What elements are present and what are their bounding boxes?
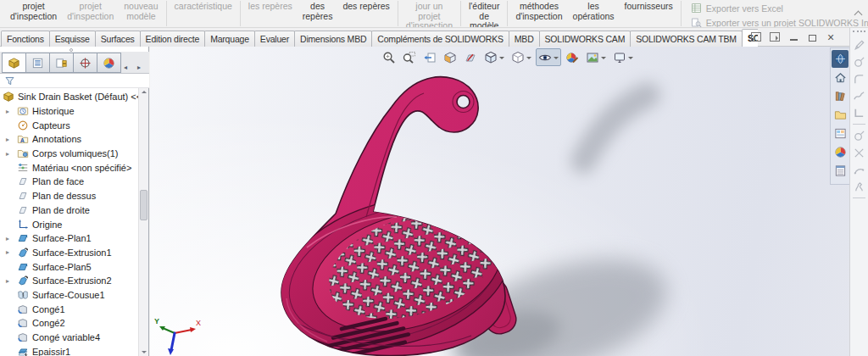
tab-fonctions[interactable]: Fonctions xyxy=(1,31,50,47)
tab-complements-solidworks[interactable]: Compléments de SOLIDWORKS xyxy=(371,31,509,47)
tree-corps-volumiques[interactable]: ▸ Corps volumiques(1) xyxy=(0,147,139,161)
panel-tab-scroll-left-icon[interactable]: ◂ xyxy=(121,64,130,71)
edit-operations[interactable]: lesopérations xyxy=(568,1,620,21)
tree-item-icon xyxy=(17,289,29,301)
tab-surfaces[interactable]: Surfaces xyxy=(95,31,141,47)
tree-materiau[interactable]: Matériau <non spécifié> xyxy=(0,160,139,175)
update-inspection-project[interactable]: jour unprojetd'inspection xyxy=(401,1,458,28)
tab-evaluer[interactable]: Evaluer xyxy=(254,31,295,47)
appearances-scenes-tab[interactable] xyxy=(832,143,849,161)
zoom-to-fit-button[interactable] xyxy=(380,48,398,66)
propertymanager-tab[interactable] xyxy=(25,53,50,73)
dimxpertmanager-tab[interactable] xyxy=(73,53,97,73)
tree-root-item[interactable]: Sink Drain Basket (Défaut) <<Défaut xyxy=(0,90,139,104)
previous-view-button[interactable] xyxy=(420,48,439,66)
panel-tab-scroll-right-icon[interactable]: ▸ xyxy=(135,64,143,71)
tree-surface-cousue1[interactable]: Surface-Cousue1 xyxy=(0,288,139,303)
expand-arrow-icon[interactable]: ▸ xyxy=(6,235,17,242)
tab-solidworks-cam[interactable]: SOLIDWORKS CAM xyxy=(539,31,632,47)
design-library-tab[interactable] xyxy=(832,87,849,105)
scrollbar-thumb[interactable] xyxy=(140,190,147,220)
sketch-tool-circle xyxy=(850,53,868,70)
new-inspection-project[interactable]: projetd'inspection xyxy=(5,1,62,21)
tree-plan-de-face[interactable]: Plan de face xyxy=(0,175,139,189)
quit-template-editor[interactable]: l'éditeurdemodèle xyxy=(464,1,504,28)
dynamic-annotation-views-button[interactable] xyxy=(461,48,480,66)
custom-properties-tab[interactable] xyxy=(832,162,849,180)
tree-surface-plan5[interactable]: Surface-Plan5 xyxy=(0,259,139,274)
sketch-tool-icon xyxy=(853,107,865,120)
export-to-excel[interactable]: Exporter vers Excel xyxy=(691,3,868,14)
tab-edition-directe[interactable]: Edition directe xyxy=(140,31,206,47)
view-orientation-button[interactable] xyxy=(481,48,507,66)
zoom-to-area-button[interactable] xyxy=(400,48,419,66)
sketch-tool-icon xyxy=(853,130,865,142)
threedexperience-tab[interactable] xyxy=(832,50,849,68)
create-new-template[interactable]: nouveaumodèle xyxy=(119,1,163,21)
displaymanager-tab[interactable] xyxy=(97,53,121,73)
configurationmanager-tab[interactable] xyxy=(49,53,74,73)
tree-epaissir1[interactable]: Epaissir1 xyxy=(0,344,139,356)
tree-item-icon xyxy=(17,331,29,343)
edit-inspection-methods[interactable]: méthodesd'inspection xyxy=(510,1,567,21)
pane-collapse-right-icon[interactable] xyxy=(768,31,782,43)
chevron-down-icon[interactable] xyxy=(601,57,606,62)
tree-annotations[interactable]: ▸ Annotations xyxy=(0,132,139,147)
scroll-up-icon[interactable] xyxy=(142,91,147,93)
tree-surface-extrusion2[interactable]: ▸ Surface-Extrusion2 xyxy=(0,274,139,288)
headsup-icon xyxy=(484,51,498,64)
tab-esquisse[interactable]: Esquisse xyxy=(49,31,96,47)
tree-surface-extrusion1[interactable]: ▸ Surface-Extrusion1 xyxy=(0,246,139,260)
chevron-down-icon[interactable] xyxy=(554,57,559,62)
tab-dimensions-mbd[interactable]: Dimensions MBD xyxy=(294,31,372,47)
restore-button[interactable] xyxy=(805,31,819,43)
tree-conge-variable4[interactable]: Congé variable4 xyxy=(0,331,139,345)
expand-arrow-icon[interactable]: ▸ xyxy=(6,277,17,285)
tree-conge1[interactable]: Congé1 xyxy=(0,302,139,316)
adjust-markers[interactable]: les repères xyxy=(243,1,298,12)
scroll-down-icon[interactable] xyxy=(142,351,147,353)
tree-surface-plan1[interactable]: ▸ Surface-Plan1 xyxy=(0,231,139,246)
tab-solidworks-cam-tbm[interactable]: SOLIDWORKS CAM TBM xyxy=(630,31,743,47)
graphics-viewport[interactable]: X Y xyxy=(150,47,849,356)
tree-origine[interactable]: Origine xyxy=(0,217,139,231)
close-button[interactable]: × xyxy=(824,31,837,43)
edit-appearance-button[interactable] xyxy=(563,48,581,66)
tree-scrollbar[interactable] xyxy=(138,88,148,356)
chevron-down-icon[interactable] xyxy=(628,57,633,62)
add-characteristic[interactable]: caractéristique xyxy=(170,1,237,12)
delete-markers[interactable]: desrepères xyxy=(298,1,338,21)
view-palette-tab[interactable] xyxy=(832,125,849,142)
apply-scene-button[interactable] xyxy=(583,48,609,66)
expand-arrow-icon[interactable]: ▸ xyxy=(6,136,17,143)
minimize-button[interactable] xyxy=(787,31,800,43)
featuremanager-tab[interactable] xyxy=(2,53,26,73)
chevron-down-icon[interactable] xyxy=(526,57,531,62)
expand-arrow-icon[interactable]: ▸ xyxy=(6,248,17,256)
filter-funnel-icon[interactable] xyxy=(4,75,15,86)
tree-historique[interactable]: ▸ Historique xyxy=(0,104,139,119)
chevron-down-icon[interactable] xyxy=(499,57,504,62)
tree-item-icon xyxy=(17,175,29,187)
tree-plan-de-dessus[interactable]: Plan de dessus xyxy=(0,189,139,203)
pane-collapse-left-icon[interactable] xyxy=(749,31,763,43)
tree-conge2[interactable]: Congé2 xyxy=(0,316,139,331)
hide-show-items-button[interactable] xyxy=(536,48,561,66)
toolbar-grip[interactable] xyxy=(853,31,865,34)
view-settings-button[interactable] xyxy=(610,48,636,66)
tree-capteurs[interactable]: Capteurs xyxy=(0,118,139,132)
edit-suppliers[interactable]: fournisseurs xyxy=(620,1,678,12)
display-style-button[interactable] xyxy=(509,48,534,66)
expand-arrow-icon[interactable]: ▸ xyxy=(6,108,17,115)
edit-inspection-project[interactable]: projetd'inspection xyxy=(62,1,119,21)
headsup-icon xyxy=(586,51,599,64)
tab-mbd[interactable]: MBD xyxy=(509,31,540,47)
solidworks-resources-tab[interactable] xyxy=(832,69,849,86)
deselect-markers[interactable]: des repères xyxy=(337,1,394,12)
tree-plan-de-droite[interactable]: Plan de droite xyxy=(0,203,139,218)
export-to-inspection-project[interactable]: Exporter vers un projet SOLIDWORKS Inspe… xyxy=(691,17,868,28)
expand-arrow-icon[interactable]: ▸ xyxy=(6,150,17,158)
section-view-button[interactable] xyxy=(441,48,459,66)
file-explorer-tab[interactable] xyxy=(832,106,849,124)
tab-marquage[interactable]: Marquage xyxy=(204,31,255,47)
